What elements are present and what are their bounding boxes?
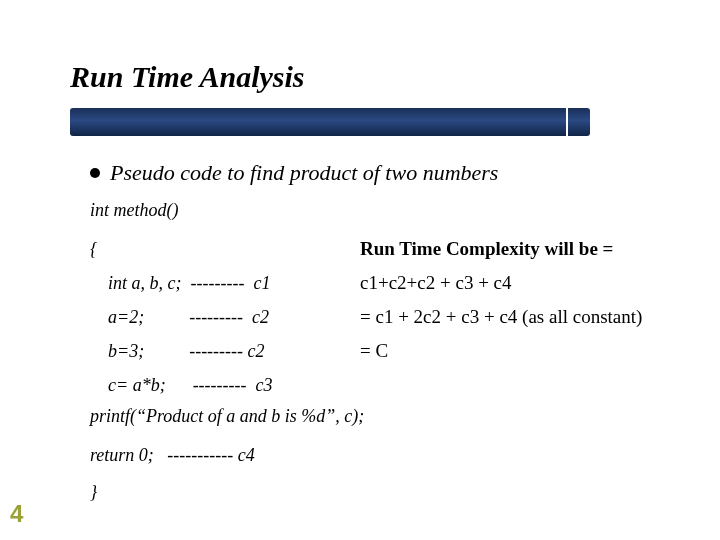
content-columns: { int a, b, c; --------- c1 a=2; -------… <box>90 232 700 402</box>
bullet-icon <box>90 168 100 178</box>
code-signature: int method() <box>90 200 178 221</box>
complexity-block: Run Time Complexity will be = c1+c2+c2 +… <box>360 232 700 402</box>
slide: Run Time Analysis Pseudo code to find pr… <box>0 0 720 540</box>
complexity-line: = C <box>360 334 700 368</box>
code-block: { int a, b, c; --------- c1 a=2; -------… <box>90 232 350 402</box>
code-printf: printf(“Product of a and b is %d”, c); <box>90 406 364 427</box>
complexity-line: = c1 + 2c2 + c3 + c4 (as all constant) <box>360 300 700 334</box>
bar-segment-cap <box>568 108 590 136</box>
code-line: b=3; --------- c2 <box>90 334 350 368</box>
complexity-heading: Run Time Complexity will be = <box>360 232 700 266</box>
page-number: 4 <box>10 500 23 528</box>
slide-title: Run Time Analysis <box>70 60 305 94</box>
bar-segment-main <box>70 108 566 136</box>
code-line: c= a*b; --------- c3 <box>90 368 350 402</box>
code-line: int a, b, c; --------- c1 <box>90 266 350 300</box>
code-return: return 0; ----------- c4 <box>90 445 255 466</box>
bullet-text: Pseudo code to find product of two numbe… <box>110 160 498 186</box>
code-open-brace: { <box>90 232 350 266</box>
complexity-line: c1+c2+c2 + c3 + c4 <box>360 266 700 300</box>
code-line: a=2; --------- c2 <box>90 300 350 334</box>
code-close-brace: } <box>90 482 97 503</box>
bullet-row: Pseudo code to find product of two numbe… <box>90 160 498 186</box>
title-underline-bar <box>70 108 590 136</box>
